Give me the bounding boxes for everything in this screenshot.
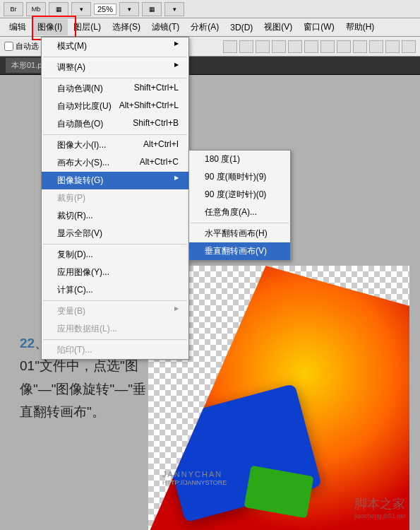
menu-trim[interactable]: 裁切(R)...	[42, 207, 188, 225]
align-icon[interactable]	[385, 40, 400, 53]
align-icon[interactable]	[337, 40, 351, 53]
menu-help[interactable]: 帮助(H)	[340, 19, 380, 35]
rotation-submenu: 180 度(1) 90 度(顺时针)(9) 90 度(逆时针)(0) 任意角度(…	[188, 150, 291, 261]
align-icon[interactable]	[239, 40, 253, 53]
history-icon[interactable]: ▾	[164, 2, 184, 16]
image-menu-dropdown: 模式(M) 调整(A) 自动色调(N)Shift+Ctrl+L 自动对比度(U)…	[41, 37, 189, 360]
menu-apply-image[interactable]: 应用图像(Y)...	[42, 264, 188, 281]
rotate-180[interactable]: 180 度(1)	[189, 151, 290, 168]
auto-select-checkbox[interactable]	[4, 42, 13, 51]
site-name: 脚本之家	[354, 497, 405, 511]
menu-variables: 变量(B)	[42, 302, 188, 320]
auto-select-label: 自动选	[16, 41, 39, 52]
align-icon[interactable]	[304, 40, 318, 53]
screen-mode-icon[interactable]: ▦	[49, 2, 68, 16]
zoom-icon[interactable]: ▾	[71, 2, 91, 16]
align-icon[interactable]	[256, 40, 270, 53]
menu-trap: 陷印(T)...	[42, 341, 188, 359]
auto-select-check[interactable]: 自动选	[4, 41, 39, 52]
align-icon[interactable]	[288, 40, 302, 53]
author-watermark: JANNYCHAN HTTP://JANNYSTORE	[162, 470, 227, 486]
bridge-icon[interactable]: Br	[4, 2, 23, 16]
align-icon[interactable]	[320, 40, 335, 53]
align-icon[interactable]	[353, 40, 367, 53]
menu-3d[interactable]: 3D(D)	[224, 20, 258, 35]
menu-adjustments[interactable]: 调整(A)	[42, 59, 188, 76]
menu-duplicate[interactable]: 复制(D)...	[42, 246, 188, 264]
menu-reveal-all[interactable]: 显示全部(V)	[42, 225, 188, 242]
menu-view[interactable]: 视图(V)	[258, 19, 298, 35]
menu-auto-color[interactable]: 自动颜色(O)Shift+Ctrl+B	[42, 115, 188, 133]
menu-auto-contrast[interactable]: 自动对比度(U)Alt+Shift+Ctrl+L	[42, 98, 188, 115]
extras-icon[interactable]: ▦	[142, 2, 162, 16]
menu-canvas-size[interactable]: 画布大小(S)...Alt+Ctrl+C	[42, 154, 188, 172]
minibridge-icon[interactable]: Mb	[26, 2, 46, 16]
align-icons-group	[223, 40, 416, 53]
flip-horizontal[interactable]: 水平翻转画布(H)	[189, 225, 290, 242]
align-icon[interactable]	[402, 40, 416, 53]
align-icon[interactable]	[223, 40, 237, 53]
menu-apply-dataset: 应用数据组(L)...	[42, 320, 188, 338]
author-name: JANNYCHAN	[162, 470, 222, 478]
site-watermark: 脚本之家 jiaocheng.jb51.net	[354, 495, 406, 519]
rotate-90-ccw[interactable]: 90 度(逆时针)(0)	[189, 186, 290, 204]
menu-analysis[interactable]: 分析(A)	[185, 19, 224, 35]
arrange-icon[interactable]: ▾	[119, 2, 139, 16]
align-icon[interactable]	[369, 40, 383, 53]
menu-edit[interactable]: 编辑	[4, 19, 32, 35]
flip-vertical[interactable]: 垂直翻转画布(V)	[189, 242, 290, 260]
menu-calculations[interactable]: 计算(C)...	[42, 281, 188, 299]
zoom-percent[interactable]: 25%	[94, 4, 116, 15]
menu-window[interactable]: 窗口(W)	[298, 19, 340, 35]
rotate-arbitrary[interactable]: 任意角度(A)...	[189, 204, 290, 221]
align-icon[interactable]	[272, 40, 286, 53]
menu-crop: 裁剪(P)	[42, 189, 188, 207]
step-number: 22	[20, 336, 35, 351]
menu-auto-tone[interactable]: 自动色调(N)Shift+Ctrl+L	[42, 80, 188, 98]
menu-image-rotation[interactable]: 图像旋转(G)	[42, 172, 188, 189]
menu-filter[interactable]: 滤镜(T)	[146, 19, 185, 35]
author-url: HTTP://JANNYSTORE	[162, 479, 227, 486]
menu-select[interactable]: 选择(S)	[107, 19, 146, 35]
menu-mode[interactable]: 模式(M)	[42, 37, 188, 55]
site-url: jiaocheng.jb51.net	[354, 512, 406, 519]
menu-image-size[interactable]: 图像大小(I)...Alt+Ctrl+I	[42, 136, 188, 154]
rotate-90-cw[interactable]: 90 度(顺时针)(9)	[189, 168, 290, 186]
